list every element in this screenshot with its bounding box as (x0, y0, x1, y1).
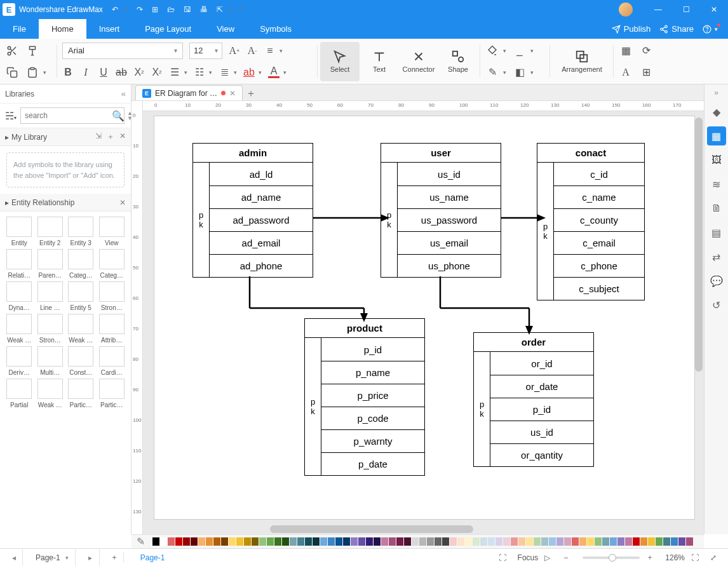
clear-format-icon[interactable]: ab (243, 67, 255, 78)
copy-icon[interactable] (5, 65, 19, 79)
horizontal-scrollbar[interactable] (143, 525, 695, 533)
line-spacing-icon[interactable]: ☰ (169, 67, 180, 78)
color-swatch[interactable] (511, 537, 518, 546)
focus-label[interactable]: Focus (518, 553, 539, 562)
user-avatar[interactable] (619, 3, 633, 17)
close-mylib-icon[interactable]: ✕ (119, 131, 126, 142)
shape-item[interactable]: Weak … (67, 314, 95, 344)
shuffle-icon[interactable]: ⇄ (707, 247, 726, 266)
line-style-icon[interactable]: ⎯ (513, 44, 527, 58)
document-tab[interactable]: E ER Diagram for … ✕ (135, 85, 243, 100)
presentation-icon[interactable]: ▷ (544, 553, 557, 562)
shape-item[interactable]: Stron… (36, 314, 65, 344)
bold-icon[interactable]: B (62, 67, 74, 78)
sh-dd[interactable]: ▾ (530, 69, 534, 76)
page-panel-icon[interactable]: 🗎 (707, 199, 726, 218)
print-icon[interactable]: 🖶 (200, 5, 208, 14)
shape-item[interactable]: Stron… (98, 281, 126, 311)
color-swatch[interactable] (465, 537, 472, 546)
strike-icon[interactable]: ab (116, 67, 127, 78)
color-swatch[interactable] (221, 537, 228, 546)
underline-icon[interactable]: U (98, 67, 109, 78)
color-swatch[interactable] (686, 537, 693, 546)
close-er-icon[interactable]: ✕ (119, 198, 126, 207)
color-swatch[interactable] (290, 537, 297, 546)
color-swatch[interactable] (541, 537, 548, 546)
color-swatch[interactable] (259, 537, 266, 546)
arrow-user-order[interactable] (434, 276, 542, 340)
color-swatch[interactable] (267, 537, 274, 546)
undo-dropdown[interactable]: ▾ (125, 6, 128, 13)
focus-mode-icon[interactable]: ⛶ (499, 553, 511, 562)
page-dropdown[interactable]: Page-1▾ (29, 549, 76, 567)
undo-icon[interactable]: ↶ (112, 5, 118, 14)
export-dropdown[interactable]: ▾ (229, 6, 233, 13)
color-swatch[interactable] (518, 537, 525, 546)
font-effects-icon[interactable]: A (619, 65, 633, 79)
tab-file[interactable]: File (0, 19, 39, 39)
maximize-button[interactable]: ☐ (672, 0, 700, 19)
bullet-icon[interactable]: ☷ (194, 67, 205, 78)
color-swatch[interactable] (549, 537, 556, 546)
color-swatch[interactable] (617, 537, 624, 546)
redo-icon[interactable]: ↷ (137, 5, 143, 14)
color-swatch[interactable] (396, 537, 403, 546)
shape-item[interactable]: Weak … (5, 314, 34, 344)
color-swatch[interactable] (602, 537, 609, 546)
line-dd[interactable]: ▾ (530, 48, 534, 54)
minimize-button[interactable]: — (644, 0, 672, 19)
image-panel-icon[interactable]: 🖼 (707, 151, 726, 170)
cf-dd[interactable]: ▾ (259, 69, 262, 76)
color-swatch[interactable] (160, 537, 167, 546)
color-swatch[interactable] (191, 537, 198, 546)
color-swatch[interactable] (587, 537, 594, 546)
increase-font-icon[interactable]: A+ (229, 45, 240, 57)
color-swatch[interactable] (457, 537, 464, 546)
color-swatch[interactable] (419, 537, 426, 546)
er-table-admin[interactable]: admin pk ad_ld ad_name ad_password ad_em… (192, 143, 313, 278)
prev-page-button[interactable]: ◂ (5, 549, 23, 567)
color-swatch[interactable] (435, 537, 442, 546)
color-swatch[interactable] (640, 537, 647, 546)
color-swatch[interactable] (488, 537, 495, 546)
align-dropdown[interactable]: ▾ (280, 48, 283, 54)
subscript-icon[interactable]: X2 (151, 67, 163, 78)
style-panel-icon[interactable]: ◆ (707, 102, 726, 121)
color-swatch[interactable] (313, 537, 320, 546)
shape-item[interactable]: Entity 2 (36, 217, 65, 246)
color-swatch[interactable] (206, 537, 213, 546)
vertical-scrollbar[interactable] (695, 111, 703, 523)
text-tool[interactable]: Text (360, 42, 399, 81)
shape-item[interactable]: Partic… (98, 379, 126, 408)
group-shapes-icon[interactable]: ▦ (619, 44, 633, 58)
color-swatch[interactable] (625, 537, 632, 546)
align-icon[interactable]: ≡ (264, 45, 276, 57)
color-swatch[interactable] (183, 537, 190, 546)
color-swatch[interactable] (404, 537, 411, 546)
cut-icon[interactable] (5, 44, 19, 58)
arrow-user-contact[interactable] (501, 212, 546, 224)
color-swatch[interactable] (648, 537, 655, 546)
arrow-admin-user[interactable] (313, 212, 389, 224)
color-swatch[interactable] (473, 537, 480, 546)
save-icon[interactable]: 🖫 (184, 5, 191, 14)
add-tab-button[interactable]: ＋ (244, 87, 258, 100)
tab-view[interactable]: View (204, 19, 247, 39)
shape-item[interactable]: Weak … (36, 379, 65, 408)
color-swatch[interactable] (351, 537, 358, 546)
shape-item[interactable]: Paren… (36, 249, 65, 279)
color-swatch[interactable] (656, 537, 663, 546)
color-swatch[interactable] (198, 537, 205, 546)
decrease-font-icon[interactable]: A- (246, 45, 258, 57)
shape-item[interactable]: Dyna… (5, 281, 34, 311)
connector-tool[interactable]: Connector (399, 42, 438, 81)
qat-more[interactable]: ▾ (239, 6, 242, 13)
fill-icon[interactable] (485, 44, 499, 58)
format-painter-icon[interactable] (25, 44, 39, 58)
select-tool[interactable]: Select (320, 42, 360, 81)
publish-button[interactable]: Publish (612, 24, 651, 34)
er-table-contact[interactable]: conact pk c_id c_name c_county c_email c… (537, 143, 645, 300)
color-swatch[interactable] (450, 537, 457, 546)
color-swatch[interactable] (343, 537, 350, 546)
color-swatch[interactable] (610, 537, 617, 546)
